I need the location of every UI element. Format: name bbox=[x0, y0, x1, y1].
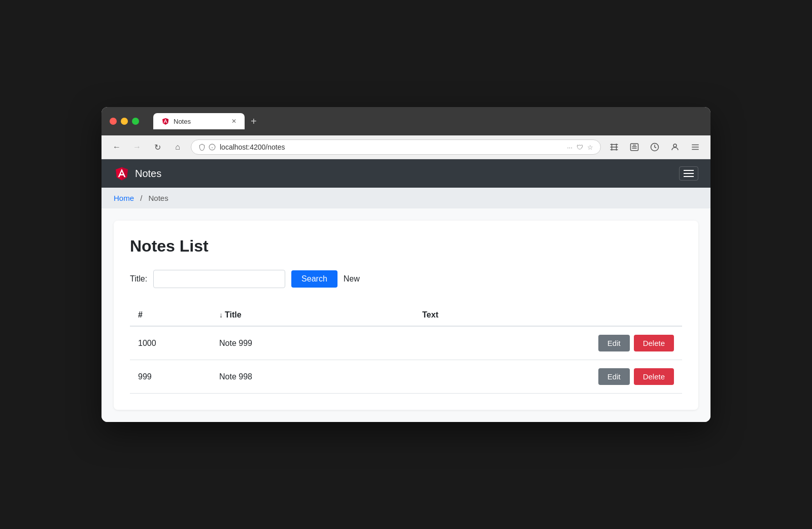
breadcrumb-current-page: Notes bbox=[149, 194, 168, 202]
notes-table-body: 1000Note 999EditDelete999Note 998EditDel… bbox=[130, 326, 682, 394]
address-bar[interactable]: localhost:4200/notes ··· 🛡 ☆ bbox=[191, 139, 601, 155]
col-header-id: # bbox=[130, 304, 211, 326]
content-card: Notes List Title: Search New # ↓Title bbox=[114, 221, 698, 410]
home-icon: ⌂ bbox=[175, 143, 180, 152]
hamburger-line-2 bbox=[684, 173, 694, 174]
browser-titlebar: Notes ✕ + bbox=[101, 107, 710, 135]
angular-logo-icon bbox=[114, 165, 130, 182]
table-row: 1000Note 999EditDelete bbox=[130, 326, 682, 360]
reload-icon: ↻ bbox=[154, 143, 161, 152]
pocket-icon[interactable]: 🛡 bbox=[577, 144, 583, 151]
forward-icon: → bbox=[133, 143, 141, 152]
new-note-link[interactable]: New bbox=[344, 274, 360, 284]
delete-button[interactable]: Delete bbox=[634, 335, 674, 351]
hamburger-menu-button[interactable] bbox=[679, 166, 698, 181]
app-navbar: Notes bbox=[101, 159, 710, 188]
library-icon[interactable] bbox=[607, 140, 621, 154]
app-brand: Notes bbox=[114, 165, 161, 182]
edit-button[interactable]: Edit bbox=[598, 368, 630, 385]
row-title: Note 999 bbox=[211, 326, 414, 360]
reader-view-icon[interactable] bbox=[627, 140, 641, 154]
url-protocol: localhost: bbox=[220, 143, 250, 151]
reload-button[interactable]: ↻ bbox=[150, 140, 164, 154]
address-url: localhost:4200/notes bbox=[220, 143, 563, 151]
svg-marker-20 bbox=[122, 167, 128, 181]
info-icon bbox=[209, 144, 216, 151]
breadcrumb: Home / Notes bbox=[101, 188, 710, 208]
row-actions: EditDelete bbox=[484, 326, 682, 360]
row-id: 1000 bbox=[130, 326, 211, 360]
more-icon[interactable]: ··· bbox=[567, 144, 572, 151]
shield-icon bbox=[198, 144, 206, 151]
tab-favicon-icon bbox=[161, 117, 170, 125]
notes-table: # ↓Title Text 1000Note 999EditDelete999N… bbox=[130, 304, 682, 394]
home-button[interactable]: ⌂ bbox=[171, 140, 185, 154]
browser-toolbar: ← → ↻ ⌂ localhost:4200/notes bbox=[101, 135, 710, 159]
hamburger-line-3 bbox=[684, 176, 694, 177]
svg-marker-1 bbox=[165, 118, 168, 125]
row-text bbox=[414, 360, 484, 394]
page-title: Notes List bbox=[130, 237, 682, 256]
hamburger-line-1 bbox=[684, 170, 694, 171]
col-header-actions bbox=[484, 304, 682, 326]
traffic-lights bbox=[110, 118, 139, 125]
new-tab-button[interactable]: + bbox=[247, 114, 261, 129]
address-bar-actions: ··· 🛡 ☆ bbox=[567, 144, 593, 151]
row-title: Note 998 bbox=[211, 360, 414, 394]
row-actions: EditDelete bbox=[484, 360, 682, 394]
breadcrumb-home-link[interactable]: Home bbox=[114, 194, 134, 202]
col-header-title: ↓Title bbox=[211, 304, 414, 326]
delete-button[interactable]: Delete bbox=[634, 368, 674, 385]
edit-button[interactable]: Edit bbox=[598, 335, 630, 351]
search-input[interactable] bbox=[153, 270, 285, 288]
search-button[interactable]: Search bbox=[291, 270, 337, 288]
close-button[interactable] bbox=[110, 118, 117, 125]
sort-arrow-icon: ↓ bbox=[219, 311, 223, 319]
back-icon: ← bbox=[113, 143, 121, 152]
browser-menu-icon[interactable] bbox=[688, 140, 702, 154]
row-id: 999 bbox=[130, 360, 211, 394]
row-text bbox=[414, 326, 484, 360]
breadcrumb-separator: / bbox=[140, 194, 142, 202]
col-header-text: Text bbox=[414, 304, 484, 326]
tab-title: Notes bbox=[174, 118, 191, 125]
back-button[interactable]: ← bbox=[110, 140, 124, 154]
browser-window: Notes ✕ + ← → ↻ ⌂ bbox=[101, 107, 710, 422]
url-path: 4200/notes bbox=[250, 143, 285, 151]
browser-toolbar-right bbox=[607, 140, 702, 154]
table-row: 999Note 998EditDelete bbox=[130, 360, 682, 394]
search-row: Title: Search New bbox=[130, 270, 682, 288]
star-icon[interactable]: ☆ bbox=[587, 144, 593, 151]
minimize-button[interactable] bbox=[121, 118, 128, 125]
maximize-button[interactable] bbox=[132, 118, 139, 125]
forward-button[interactable]: → bbox=[130, 140, 144, 154]
active-tab[interactable]: Notes ✕ bbox=[153, 113, 245, 129]
profile-icon[interactable] bbox=[668, 140, 682, 154]
table-header-row: # ↓Title Text bbox=[130, 304, 682, 326]
address-bar-security bbox=[198, 144, 216, 151]
clock-icon[interactable] bbox=[648, 140, 662, 154]
svg-point-15 bbox=[673, 144, 676, 147]
search-label: Title: bbox=[130, 274, 147, 284]
main-content: Notes List Title: Search New # ↓Title bbox=[101, 208, 710, 422]
app-brand-name: Notes bbox=[135, 168, 161, 180]
tab-bar: Notes ✕ + bbox=[153, 113, 702, 129]
tab-close-button[interactable]: ✕ bbox=[231, 118, 236, 125]
